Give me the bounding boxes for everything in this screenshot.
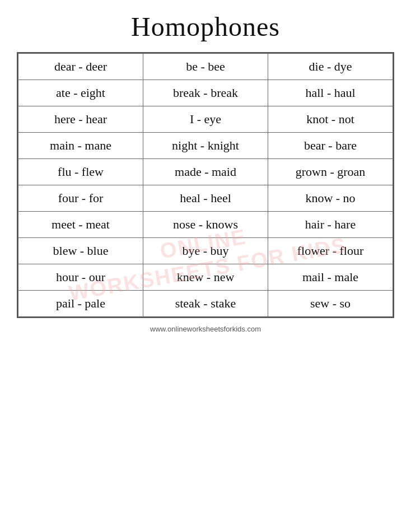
table-row: flu - flewmade - maidgrown - groan <box>18 159 393 185</box>
cell-r2-c2: knot - not <box>268 106 393 133</box>
page-title: Homophones <box>131 11 280 42</box>
table-row: main - manenight - knightbear - bare <box>18 133 393 159</box>
cell-r7-c0: blew - blue <box>18 238 143 264</box>
page-wrapper: Homophones ONLINEWORKSHEETS FOR KIDS dea… <box>17 11 394 333</box>
table-row: meet - meatnose - knowshair - hare <box>18 212 393 238</box>
cell-r3-c1: night - knight <box>143 133 268 159</box>
table-row: hour - ourknew - newmail - male <box>18 264 393 291</box>
cell-r9-c0: pail - pale <box>18 291 143 317</box>
cell-r6-c1: nose - knows <box>143 212 268 238</box>
cell-r2-c1: I - eye <box>143 106 268 133</box>
cell-r2-c0: here - hear <box>18 106 143 133</box>
table-row: dear - deerbe - beedie - dye <box>18 54 393 80</box>
cell-r8-c2: mail - male <box>268 264 393 291</box>
cell-r7-c1: bye - buy <box>143 238 268 264</box>
cell-r8-c1: knew - new <box>143 264 268 291</box>
homophones-table: dear - deerbe - beedie - dyeate - eightb… <box>18 53 393 317</box>
cell-r5-c2: know - no <box>268 185 393 212</box>
cell-r8-c0: hour - our <box>18 264 143 291</box>
cell-r4-c0: flu - flew <box>18 159 143 185</box>
table-row: ate - eightbreak - breakhall - haul <box>18 80 393 106</box>
cell-r7-c2: flower - flour <box>268 238 393 264</box>
cell-r3-c2: bear - bare <box>268 133 393 159</box>
cell-r9-c1: steak - stake <box>143 291 268 317</box>
cell-r0-c0: dear - deer <box>18 54 143 80</box>
cell-r4-c1: made - maid <box>143 159 268 185</box>
cell-r1-c2: hall - haul <box>268 80 393 106</box>
cell-r0-c2: die - dye <box>268 54 393 80</box>
cell-r1-c1: break - break <box>143 80 268 106</box>
footer-url: www.onlineworksheetsforkids.com <box>150 325 261 333</box>
cell-r1-c0: ate - eight <box>18 80 143 106</box>
cell-r4-c2: grown - groan <box>268 159 393 185</box>
content-area: ONLINEWORKSHEETS FOR KIDS dear - deerbe … <box>17 52 394 318</box>
table-row: here - hearI - eyeknot - not <box>18 106 393 133</box>
homophones-table-wrapper: dear - deerbe - beedie - dyeate - eightb… <box>17 52 394 318</box>
table-row: pail - palesteak - stakesew - so <box>18 291 393 317</box>
cell-r6-c0: meet - meat <box>18 212 143 238</box>
table-row: four - forheal - heelknow - no <box>18 185 393 212</box>
cell-r9-c2: sew - so <box>268 291 393 317</box>
cell-r5-c1: heal - heel <box>143 185 268 212</box>
table-row: blew - bluebye - buyflower - flour <box>18 238 393 264</box>
cell-r0-c1: be - bee <box>143 54 268 80</box>
cell-r5-c0: four - for <box>18 185 143 212</box>
cell-r6-c2: hair - hare <box>268 212 393 238</box>
cell-r3-c0: main - mane <box>18 133 143 159</box>
